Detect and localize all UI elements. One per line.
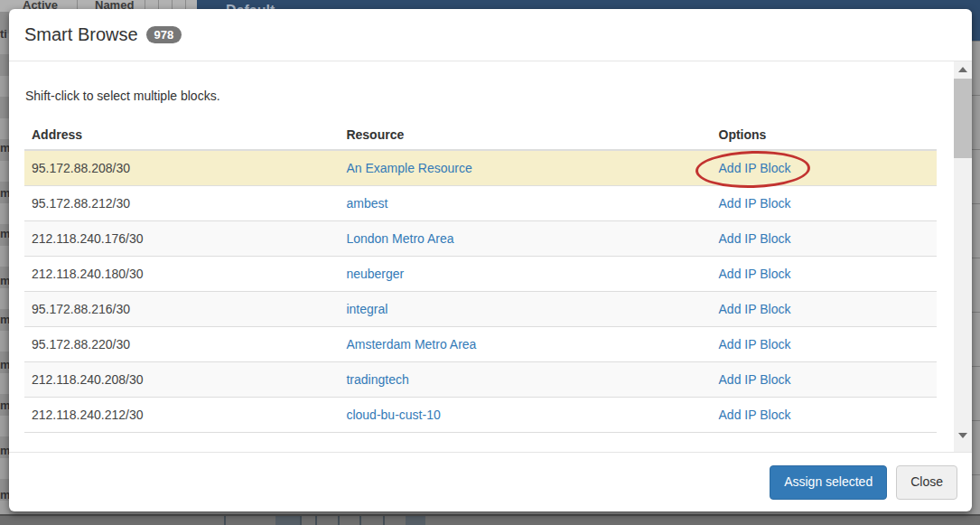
table-row[interactable]: 95.172.88.212/30 ambest Add IP Block [24, 186, 937, 221]
scroll-down-button[interactable] [954, 427, 972, 443]
background-text-fragment: m [0, 398, 9, 412]
table-row[interactable]: 212.118.240.180/30 neuberger Add IP Bloc… [24, 257, 937, 292]
table-row[interactable]: 212.118.240.208/30 tradingtech Add IP Bl… [24, 362, 937, 398]
close-button[interactable]: Close [896, 465, 957, 500]
add-ip-block-link[interactable]: Add IP Block [719, 337, 791, 352]
resource-link[interactable]: integral [346, 302, 387, 316]
add-ip-block-link[interactable]: Add IP Block [719, 408, 791, 422]
table-row[interactable]: 95.172.88.208/30 An Example Resource Add… [24, 150, 937, 186]
address-cell: 95.172.88.212/30 [24, 186, 339, 221]
address-cell: 95.172.88.216/30 [24, 292, 339, 327]
modal-title: Smart Browse [24, 24, 138, 45]
cell-border [338, 516, 340, 525]
background-bottom-table-row [0, 514, 980, 525]
address-cell: 212.118.240.212/30 [24, 398, 339, 433]
cell-border [359, 516, 361, 525]
count-badge: 978 [146, 26, 182, 43]
table-row[interactable]: 95.172.88.220/30 Amsterdam Metro Area Ad… [24, 327, 937, 362]
scrollbar[interactable] [954, 61, 972, 452]
table-body: 95.172.88.208/30 An Example Resource Add… [24, 150, 937, 433]
modal-footer: Assign selected Close [9, 452, 972, 511]
resource-link[interactable]: London Metro Area [346, 231, 453, 246]
background-text-fragment: m [0, 358, 9, 371]
column-header-resource: Resource [339, 120, 711, 150]
background-left-edge: timmmmmmmmm [0, 12, 9, 525]
table-row[interactable]: 212.118.240.176/30 London Metro Area Add… [24, 221, 937, 257]
cell-dark [406, 516, 425, 525]
add-ip-block-link[interactable]: Add IP Block [719, 267, 791, 281]
background-right-edge [972, 0, 980, 525]
column-header-address: Address [24, 120, 339, 150]
ip-blocks-table: Address Resource Options 95.172.88.208/3… [24, 120, 937, 433]
resource-link[interactable]: neuberger [346, 267, 404, 281]
add-ip-block-link[interactable]: Add IP Block [719, 161, 791, 175]
background-text-fragment: m [0, 141, 9, 155]
table-row[interactable]: 95.172.88.216/30 integral Add IP Block [24, 292, 937, 327]
cell-border [224, 516, 226, 525]
column-header-options: Options [712, 120, 937, 150]
background-right-rows [972, 41, 980, 525]
scrollbar-thumb[interactable] [954, 79, 972, 158]
resource-link[interactable]: An Example Resource [346, 161, 471, 175]
modal-header: Smart Browse 978 [9, 9, 972, 61]
address-cell: 95.172.88.208/30 [24, 150, 339, 186]
background-text-fragment: ti [0, 27, 7, 41]
resource-link[interactable]: Amsterdam Metro Area [346, 337, 476, 352]
assign-selected-button[interactable]: Assign selected [770, 465, 887, 500]
add-ip-block-link[interactable]: Add IP Block [719, 302, 791, 316]
table-row[interactable]: 212.118.240.212/30 cloud-bu-cust-10 Add … [24, 398, 937, 433]
add-ip-block-link[interactable]: Add IP Block [719, 196, 791, 211]
address-cell: 95.172.88.220/30 [24, 327, 339, 362]
resource-link[interactable]: tradingtech [346, 372, 408, 387]
cell-border [315, 516, 317, 525]
scroll-up-icon [958, 67, 967, 72]
resource-link[interactable]: ambest [346, 196, 387, 211]
address-cell: 212.118.240.176/30 [24, 221, 339, 257]
cell-border [383, 516, 385, 525]
hint-text: Shift-click to select multiple blocks. [25, 89, 937, 103]
cell-border [300, 516, 302, 525]
scroll-up-button[interactable] [954, 61, 972, 77]
address-cell: 212.118.240.208/30 [24, 362, 339, 398]
add-ip-block-link[interactable]: Add IP Block [719, 372, 791, 387]
smart-browse-modal: Smart Browse 978 Shift-click to select m… [9, 9, 972, 511]
background-text-fragment: m [0, 488, 9, 502]
background-text-fragment: m [0, 227, 9, 240]
background-text-fragment: m [0, 186, 9, 200]
background-text-fragment: m [0, 274, 9, 287]
modal-body: Shift-click to select multiple blocks. A… [9, 61, 972, 452]
background-text-fragment: m [0, 313, 9, 326]
cell-dark [275, 516, 300, 525]
add-ip-block-link[interactable]: Add IP Block [719, 231, 791, 246]
scroll-down-icon [958, 433, 967, 438]
address-cell: 212.118.240.180/30 [24, 257, 339, 292]
background-text-fragment: m [0, 444, 9, 457]
resource-link[interactable]: cloud-bu-cust-10 [346, 408, 440, 422]
